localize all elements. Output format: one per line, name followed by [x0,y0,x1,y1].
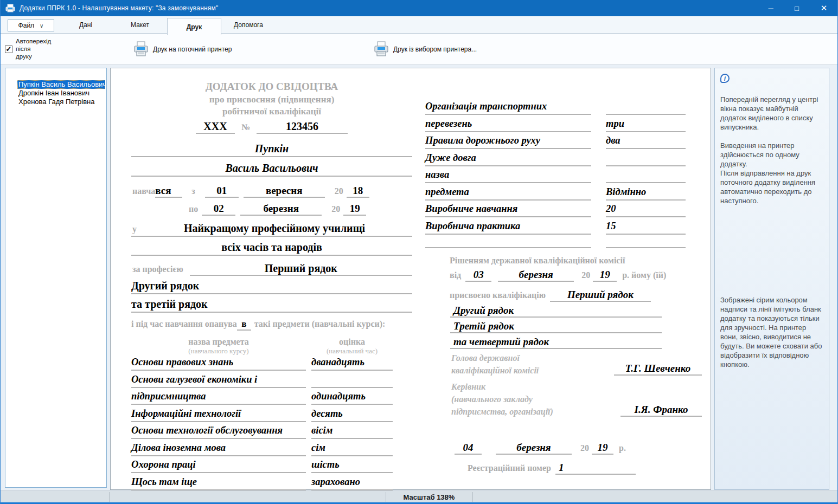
profession-line1-field: Перший рядок [190,262,412,276]
number-field: 123456 [257,120,348,134]
subject-grade: 15 [606,221,686,235]
info-paragraph: Попередній перегляд у центрі вікна показ… [720,95,823,132]
subject-row: Дуже довга [425,152,706,166]
decision-year-field: 19 [593,269,617,282]
file-menu-label: Файл [18,22,35,29]
minimize-button[interactable]: ─ [758,0,783,16]
subject-grade [606,101,686,115]
issue-day-field: 04 [455,442,482,455]
subject-grade: Відмінно [606,186,686,201]
subject-row: Основи технології обслуговуваннявісім [131,425,412,439]
subject-name: Основи правових знань [131,357,306,371]
close-button[interactable]: ✕ [811,0,836,16]
maximize-button[interactable]: □ [784,0,809,16]
tab-layout[interactable]: Макет [113,16,167,34]
reg-number-label: Реєстраційний номер [468,463,551,473]
qualification-line2-field: Другий рядок [450,305,662,318]
status-divider [109,492,110,502]
subject-name: Щось там іще [131,476,306,490]
subject-name [425,237,591,248]
subject-grade: вісім [311,425,393,439]
subject-name: підприємництва [131,391,306,405]
head-label-line2: кваліфікаційної комісії [451,366,614,376]
subject-grade: одинадцять [311,391,393,405]
subject-grade: два [606,135,686,149]
director-label-line3: підприємства, організації) [451,407,620,417]
printer-icon [374,41,389,57]
century-label: 20 [581,270,590,280]
director-label-line2: (навчального закладу [451,395,620,404]
subject-grade: три [606,118,686,132]
head-signature-field: Т.Г. Шевченко [614,363,702,376]
number-sign-label: № [241,122,250,132]
from-year-field: 18 [347,185,369,198]
subject-grade: шість [311,459,393,473]
tab-help[interactable]: Допомога [221,16,276,34]
print-current-label: Друк на поточний принтер [153,46,232,53]
subject-name: Інформаційні технології [131,408,306,422]
subject-name: Організація транспортних [425,101,591,115]
series-field: XXX [196,120,235,134]
subject-name: перевезень [425,118,591,132]
to-label: по [189,204,198,214]
certificate-right-column: Організація транспортних перевезеньтри П… [425,68,706,475]
print-choose-button[interactable]: Друк із вибором принтера... [374,38,477,61]
mastered-label: і під час навчання опанува [131,319,237,329]
to-day-field: 02 [202,203,235,216]
issue-year-field: 19 [592,442,613,455]
tab-bar: Файл ∨ Дані Макет Друк Допомога [1,16,837,34]
century-label: 20 [335,186,343,196]
studied-suffix-field: вся [155,185,182,198]
subject-row: Щось там іщезараховано [131,476,412,490]
decision-tail-label: р. йому (їй) [622,270,666,280]
subject-row: підприємництваодинадцять [131,391,412,405]
tab-print[interactable]: Друк [167,18,221,35]
doc-title-line3: робітничої кваліфікації [131,106,412,117]
issue-month-field: березня [496,442,572,455]
subject-row: Організація транспортних [425,101,706,115]
status-divider [472,492,473,502]
mastered-suffix-field: в [237,319,251,331]
certificate-left-column: ДОДАТОК ДО СВІДОЦТВА про присвоєння (під… [131,68,412,493]
qualification-line1-field: Перший рядок [550,289,651,302]
studied-label: навча [132,186,155,196]
surname-field: Пупкін [131,143,412,157]
printer-icon [133,41,149,57]
subject-grade: сім [311,442,393,456]
reg-number-field: 1 [555,462,636,475]
profession-line3-field: та третій рядок [131,298,412,313]
at-label: у [132,224,137,234]
subject-grade [606,152,686,166]
window-title: Додатки ППРК 1.0 - Налаштування макету: … [20,4,218,12]
subject-row: предметаВідмінно [425,186,706,201]
decision-month-field: березня [498,269,574,282]
info-panel: i Попередній перегляд у центрі вікна пок… [714,68,829,490]
list-item-student-selected[interactable]: Пупкін Василь Васильович [17,80,105,89]
subject-grade: дванадцять [311,357,393,371]
subject-grade: зараховано [311,476,393,490]
subject-name: назва [425,169,591,183]
doc-title-line1: ДОДАТОК ДО СВІДОЦТВА [131,81,412,93]
app-window: Додатки ППРК 1.0 - Налаштування макету: … [0,0,838,504]
school-line2-field: всіх часів та народів [131,241,412,256]
tab-data[interactable]: Дані [59,16,113,34]
subject-grade: десять [311,408,393,422]
info-icon: i [720,74,730,83]
students-list[interactable]: Пупкін Василь Васильович Дропкін Іван Ів… [5,68,107,488]
subject-row: Основи правових знаньдванадцять [131,357,412,371]
auto-advance-label: Автоперехід після друку [16,37,51,60]
century-label: 20 [580,443,589,453]
print-current-button[interactable]: Друк на поточний принтер [133,38,232,61]
list-item-student[interactable]: Дропкін Іван Іванович [17,89,105,98]
from-month-field: вересня [244,185,325,198]
file-menu-button[interactable]: Файл ∨ [8,20,54,31]
subject-grade [311,374,393,388]
qualification-line3-field: Третій рядок [450,320,662,333]
auto-advance-checkbox[interactable]: ✓ [5,46,12,53]
list-item-student[interactable]: Хренова Гадя Петрівна [17,98,105,106]
to-year-field: 19 [343,203,366,216]
profession-label: за професією [132,264,183,274]
title-bar[interactable]: Додатки ППРК 1.0 - Налаштування макету: … [1,0,837,16]
subject-row: перевезеньтри [425,118,706,132]
subject-name: Дуже довга [425,152,591,166]
